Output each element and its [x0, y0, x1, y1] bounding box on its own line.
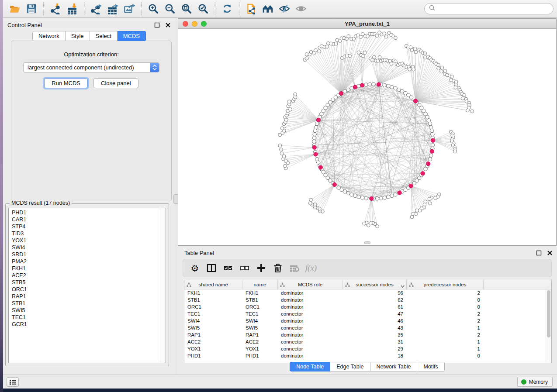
- column-header-shared-name[interactable]: shared name: [184, 280, 242, 289]
- network-node[interactable]: [315, 122, 319, 125]
- export-image-icon[interactable]: [121, 2, 138, 16]
- network-node[interactable]: [384, 35, 388, 38]
- add-column-icon[interactable]: [253, 261, 270, 275]
- network-node[interactable]: [428, 157, 432, 161]
- network-node[interactable]: [412, 68, 415, 71]
- network-node[interactable]: [376, 59, 380, 62]
- network-node[interactable]: [313, 132, 316, 136]
- column-header-name[interactable]: name: [242, 280, 278, 289]
- mcds-result-item[interactable]: PMA2: [12, 258, 166, 265]
- mcds-result-item[interactable]: SWI5: [12, 307, 166, 314]
- network-node[interactable]: [294, 93, 297, 96]
- table-row[interactable]: ORC1ORC1dominator610: [184, 303, 551, 310]
- network-node[interactable]: [440, 66, 444, 69]
- zoom-selected-icon[interactable]: [195, 2, 211, 16]
- network-node[interactable]: [315, 157, 319, 161]
- network-node[interactable]: [427, 119, 430, 122]
- network-node[interactable]: [423, 56, 427, 59]
- network-node[interactable]: [305, 57, 308, 60]
- network-node[interactable]: [312, 140, 316, 143]
- network-node[interactable]: [357, 195, 360, 199]
- network-node[interactable]: [350, 193, 353, 196]
- network-node[interactable]: [437, 63, 440, 67]
- column-header-successor-nodes[interactable]: successor nodes: [343, 280, 407, 289]
- mcds-dominator-node[interactable]: [409, 184, 413, 188]
- network-node[interactable]: [390, 85, 394, 89]
- close-panel-icon[interactable]: [547, 250, 553, 258]
- network-node[interactable]: [350, 86, 353, 90]
- horizontal-splitter-grip[interactable]: [364, 241, 370, 244]
- refresh-layout-icon[interactable]: [219, 2, 235, 16]
- show-all-icon[interactable]: [293, 2, 309, 16]
- network-node[interactable]: [453, 150, 457, 153]
- network-node[interactable]: [378, 55, 381, 59]
- float-panel-icon[interactable]: [154, 22, 160, 30]
- mcds-result-item[interactable]: ACE2: [12, 272, 166, 279]
- network-node[interactable]: [429, 125, 433, 129]
- network-node[interactable]: [314, 48, 318, 52]
- network-node[interactable]: [397, 88, 401, 91]
- network-node[interactable]: [440, 70, 443, 73]
- mcds-dominator-node[interactable]: [414, 99, 418, 103]
- mcds-dominator-node[interactable]: [360, 83, 364, 87]
- table-scrollbar[interactable]: [546, 289, 551, 363]
- delete-column-icon[interactable]: [270, 261, 286, 275]
- mcds-dominator-node[interactable]: [316, 118, 320, 122]
- tab-network-table[interactable]: Network Table: [370, 362, 418, 371]
- network-node[interactable]: [434, 196, 437, 200]
- network-node[interactable]: [373, 55, 376, 59]
- column-header-MCDS-role[interactable]: MCDS role: [278, 280, 343, 289]
- network-node[interactable]: [428, 197, 431, 201]
- network-node[interactable]: [325, 45, 329, 48]
- table-row[interactable]: TEC1TEC1connector472: [184, 310, 551, 317]
- run-mcds-button[interactable]: Run MCDS: [44, 78, 88, 88]
- network-node[interactable]: [383, 196, 386, 199]
- network-node[interactable]: [443, 69, 447, 73]
- mcds-dominator-node[interactable]: [426, 162, 430, 166]
- network-node[interactable]: [363, 51, 367, 55]
- zoom-out-icon[interactable]: [162, 2, 178, 16]
- mcds-result-item[interactable]: SRD1: [12, 251, 166, 258]
- table-row[interactable]: SWI5SWI5connector431: [184, 324, 551, 331]
- table-row[interactable]: YOX1YOX1connector291: [184, 345, 551, 352]
- select-all-columns-icon[interactable]: [220, 261, 236, 275]
- network-node[interactable]: [313, 129, 317, 132]
- network-node[interactable]: [375, 197, 379, 200]
- network-node[interactable]: [363, 222, 366, 225]
- tab-node-table[interactable]: Node Table: [290, 362, 330, 371]
- network-node[interactable]: [394, 86, 397, 90]
- network-node[interactable]: [430, 129, 433, 132]
- network-node[interactable]: [312, 136, 316, 140]
- column-layout-icon[interactable]: [203, 261, 220, 275]
- table-row[interactable]: PHD1PHD1dominator180: [184, 352, 551, 359]
- export-network-icon[interactable]: [88, 2, 104, 16]
- table-scrollbar-thumb[interactable]: [547, 290, 550, 337]
- network-node[interactable]: [375, 34, 379, 38]
- network-node[interactable]: [343, 89, 346, 93]
- close-panel-button[interactable]: Close panel: [93, 78, 138, 88]
- import-network-icon[interactable]: [47, 2, 64, 16]
- network-node[interactable]: [387, 195, 390, 199]
- tab-style[interactable]: Style: [66, 31, 90, 41]
- network-node[interactable]: [461, 96, 464, 100]
- network-node[interactable]: [390, 194, 394, 197]
- open-file-icon[interactable]: [7, 2, 23, 16]
- mcds-result-item[interactable]: STB5: [12, 279, 166, 286]
- table-row[interactable]: SWI4SWI4dominator462: [184, 317, 551, 324]
- network-node[interactable]: [316, 161, 320, 164]
- mcds-result-item[interactable]: SWI4: [12, 244, 166, 251]
- network-node[interactable]: [353, 194, 357, 197]
- network-node[interactable]: [394, 36, 398, 40]
- network-node[interactable]: [289, 108, 292, 111]
- network-node[interactable]: [454, 86, 457, 89]
- tab-select[interactable]: Select: [90, 31, 118, 41]
- table-settings-gear-icon[interactable]: ⚙: [187, 261, 203, 275]
- network-node[interactable]: [408, 68, 412, 71]
- network-node[interactable]: [362, 54, 365, 58]
- network-node[interactable]: [284, 164, 287, 168]
- float-panel-icon[interactable]: [536, 250, 542, 258]
- table-row[interactable]: STB1STB1dominator620: [184, 296, 551, 303]
- tab-mcds[interactable]: MCDS: [118, 31, 146, 41]
- network-node[interactable]: [314, 125, 318, 129]
- mcds-result-item[interactable]: GCR1: [12, 321, 166, 328]
